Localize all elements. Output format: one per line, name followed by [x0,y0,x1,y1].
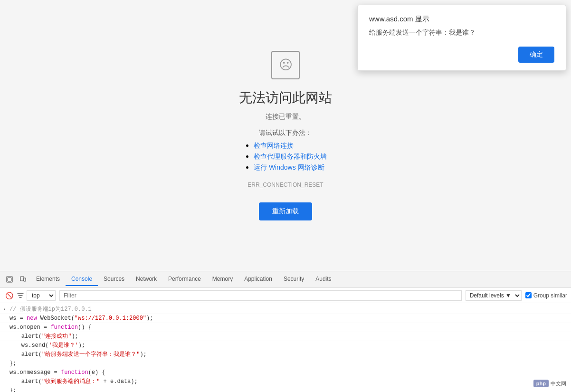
main-page: www.asd.com 显示 给服务端发送一个字符串：我是谁？ 确定 无法访问此… [0,0,571,271]
log-level-select[interactable]: Default levels ▼ [466,290,522,301]
console-line: ws.send('我是谁？'); [0,341,571,350]
console-text: }; [10,360,16,367]
php-text: 中文网 [551,380,566,387]
svg-rect-1 [8,277,11,281]
console-text: ws.onmessage = function(e) { [10,369,105,376]
console-text: // 假设服务端ip为127.0.0.1 [10,306,92,313]
tab-network[interactable]: Network [130,273,162,286]
group-similar-text: Group similar [533,292,567,299]
tab-performance[interactable]: Performance [162,273,207,286]
tab-elements[interactable]: Elements [30,273,66,286]
check-proxy-link[interactable]: 检查代理服务器和防火墙 [254,153,327,160]
arrow-icon: › [3,306,6,314]
console-line: }; [0,359,571,368]
console-text: ws.send('我是谁？'); [8,342,85,349]
context-select[interactable]: top [27,290,56,301]
console-line: alert("收到服务端的消息：" + e.data); [0,377,571,386]
console-line: › // 假设服务端ip为127.0.0.1 [0,305,571,314]
alert-dialog: www.asd.com 显示 给服务端发送一个字符串：我是谁？ 确定 [357,5,566,71]
svg-rect-2 [20,277,24,281]
php-badge: php [533,380,549,387]
tab-sources[interactable]: Sources [98,273,130,286]
filter-icon[interactable] [15,290,26,301]
list-item[interactable]: 检查代理服务器和防火墙 [254,152,327,161]
console-text: ws.onopen = function() { [10,324,92,331]
run-diagnostic-link[interactable]: 运行 Windows 网络诊断 [254,163,324,171]
dialog-title: www.asd.com 显示 [369,15,554,24]
list-item[interactable]: 运行 Windows 网络诊断 [254,163,327,172]
group-similar-checkbox[interactable] [525,292,532,298]
inspect-element-icon[interactable] [4,274,15,285]
error-suggestion: 请试试以下办法： [259,129,312,137]
devtools-tabs: Elements Console Sources Network Perform… [0,271,571,288]
console-line: ws.onopen = function() { [0,323,571,332]
console-text: ws = new WebSocket("ws://127.0.0.1:2000"… [10,315,153,322]
svg-rect-3 [24,278,26,281]
console-line: ws = new WebSocket("ws://127.0.0.1:2000"… [0,314,571,323]
tab-memory[interactable]: Memory [207,273,238,286]
clear-console-icon[interactable]: 🚫 [4,290,14,301]
console-text: alert("连接成功"); [8,333,78,340]
dialog-message: 给服务端发送一个字符串：我是谁？ [369,29,554,37]
console-text: alert("收到服务端的消息：" + e.data); [8,378,138,385]
console-text: alert("给服务端发送一个字符串：我是谁？"); [8,351,147,358]
list-item[interactable]: 检查网络连接 [254,141,327,150]
error-icon [271,51,300,79]
group-similar-label: Group similar [525,292,567,299]
devtools-panel: Elements Console Sources Network Perform… [0,271,571,392]
device-mode-icon[interactable] [17,274,29,285]
tab-audits[interactable]: Audits [310,273,337,286]
dialog-footer: 确定 [369,47,554,63]
console-text: }; [10,387,16,392]
error-code: ERR_CONNECTION_RESET [247,182,323,188]
console-line: alert("连接成功"); [0,332,571,341]
reload-button[interactable]: 重新加载 [259,202,312,220]
error-list: 检查网络连接 检查代理服务器和防火墙 运行 Windows 网络诊断 [254,141,327,174]
tab-application[interactable]: Application [238,273,278,286]
check-network-link[interactable]: 检查网络连接 [254,142,294,149]
tab-security[interactable]: Security [278,273,310,286]
tab-console[interactable]: Console [66,273,98,286]
dialog-ok-button[interactable]: 确定 [518,47,554,63]
devtools-toolbar: 🚫 top Default levels ▼ Group similar [0,288,571,303]
error-title: 无法访问此网站 [239,89,332,107]
devtools-console[interactable]: › // 假设服务端ip为127.0.0.1 ws = new WebSocke… [0,303,571,392]
php-logo: php 中文网 [533,380,566,387]
filter-input[interactable] [59,290,462,301]
console-line: }; [0,386,571,392]
console-line: alert("给服务端发送一个字符串：我是谁？"); [0,350,571,359]
error-subtitle: 连接已重置。 [266,113,305,121]
console-line: ws.onmessage = function(e) { [0,368,571,377]
